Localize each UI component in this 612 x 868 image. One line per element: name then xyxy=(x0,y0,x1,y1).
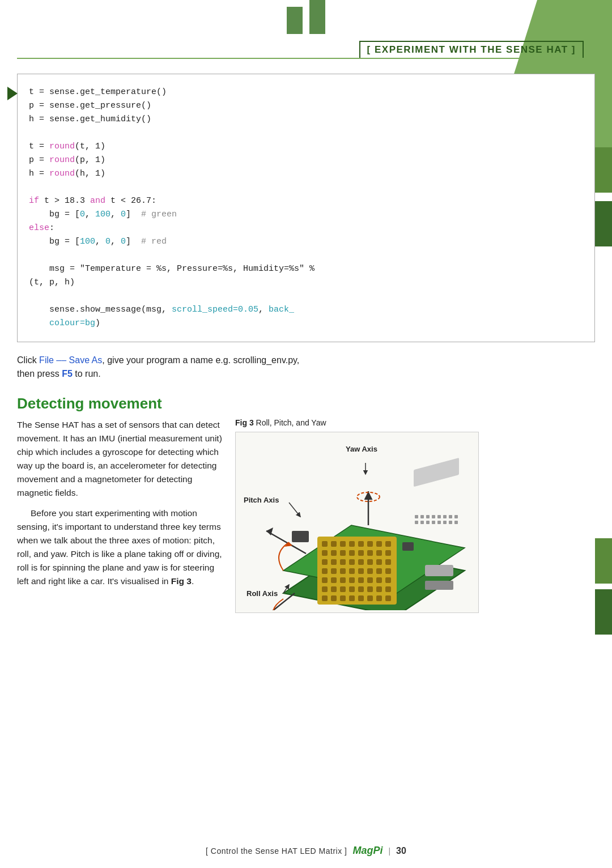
svg-rect-43 xyxy=(322,586,328,592)
code-line-bg-green: bg = [0, 100, 0] # green xyxy=(29,208,577,222)
code-line-3: h = sense.get_humidity() xyxy=(29,113,577,126)
svg-rect-26 xyxy=(385,559,391,565)
svg-rect-36 xyxy=(331,577,337,583)
svg-rect-63 xyxy=(432,515,435,518)
svg-rect-68 xyxy=(415,521,418,524)
header-line xyxy=(17,58,612,59)
svg-rect-44 xyxy=(331,586,337,592)
pitch-label: Pitch Axis xyxy=(244,496,279,504)
svg-rect-37 xyxy=(340,577,346,583)
svg-rect-55 xyxy=(358,595,364,601)
svg-rect-60 xyxy=(415,515,418,518)
svg-rect-22 xyxy=(349,559,355,565)
svg-rect-59 xyxy=(414,458,459,487)
svg-rect-18 xyxy=(385,550,391,556)
svg-rect-67 xyxy=(454,515,458,518)
file-link[interactable]: File –– Save As xyxy=(39,355,102,365)
svg-rect-76 xyxy=(425,565,453,576)
fig-label: Fig 3 Roll, Pitch, and Yaw xyxy=(235,418,595,427)
svg-rect-64 xyxy=(437,515,441,518)
right-deco-bottom2 xyxy=(595,589,612,635)
svg-rect-13 xyxy=(340,550,346,556)
svg-rect-30 xyxy=(349,568,355,574)
code-line-blank2 xyxy=(29,181,577,194)
svg-rect-11 xyxy=(322,550,328,556)
hardware-image: Yaw Axis Pitch Axis Roll Axis xyxy=(235,432,479,613)
svg-rect-79 xyxy=(402,542,414,551)
svg-rect-56 xyxy=(367,595,373,601)
svg-rect-10 xyxy=(385,541,391,547)
svg-rect-70 xyxy=(426,521,430,524)
code-line-1: t = sense.get_temperature() xyxy=(29,86,577,99)
svg-rect-49 xyxy=(376,586,382,592)
svg-rect-61 xyxy=(420,515,424,518)
svg-rect-21 xyxy=(340,559,346,565)
svg-rect-3 xyxy=(322,541,328,547)
svg-rect-38 xyxy=(349,577,355,583)
svg-rect-12 xyxy=(331,550,337,556)
svg-line-89 xyxy=(289,503,300,517)
code-line-blank4 xyxy=(29,290,577,303)
footer-left-text: [ Control the Sense HAT LED Matrix ] xyxy=(206,846,347,856)
svg-rect-14 xyxy=(349,550,355,556)
svg-rect-28 xyxy=(331,568,337,574)
svg-rect-73 xyxy=(443,521,447,524)
code-line-show: sense.show_message(msg, scroll_speed=0.0… xyxy=(29,303,577,330)
code-line-2: p = sense.get_pressure() xyxy=(29,99,577,113)
footer-logo: MagPi xyxy=(352,845,382,857)
svg-rect-69 xyxy=(420,521,424,524)
svg-rect-29 xyxy=(340,568,346,574)
svg-rect-45 xyxy=(340,586,346,592)
svg-rect-33 xyxy=(376,568,382,574)
svg-rect-48 xyxy=(367,586,373,592)
code-arrow-icon xyxy=(7,87,18,100)
instructions-text: Click File –– Save As, give your program… xyxy=(17,354,595,381)
detect-body2: Before you start experimenting with moti… xyxy=(17,507,224,588)
code-line-5: p = round(p, 1) xyxy=(29,154,577,167)
right-deco-bottom1 xyxy=(595,538,612,584)
svg-rect-54 xyxy=(349,595,355,601)
top-decoration xyxy=(0,0,612,34)
svg-rect-58 xyxy=(385,595,391,601)
code-line-if: if t > 18.3 and t < 26.7: xyxy=(29,194,577,208)
svg-rect-42 xyxy=(385,577,391,583)
section-heading: Detecting movement xyxy=(17,395,595,412)
detect-body1: The Sense HAT has a set of sensors that … xyxy=(17,418,224,500)
svg-rect-6 xyxy=(349,541,355,547)
f5-key: F5 xyxy=(62,369,73,378)
svg-rect-71 xyxy=(432,521,435,524)
svg-rect-50 xyxy=(385,586,391,592)
svg-rect-17 xyxy=(376,550,382,556)
board-svg: Yaw Axis Pitch Axis Roll Axis xyxy=(238,435,476,610)
svg-rect-77 xyxy=(425,581,453,590)
main-content: t = sense.get_temperature() p = sense.ge… xyxy=(17,65,595,613)
svg-rect-35 xyxy=(322,577,328,583)
svg-rect-66 xyxy=(449,515,452,518)
footer: [ Control the Sense HAT LED Matrix ] Mag… xyxy=(0,845,612,857)
footer-divider: | xyxy=(388,846,390,856)
right-deco-mid xyxy=(595,147,612,193)
svg-rect-39 xyxy=(358,577,364,583)
header-bar: [ EXPERIMENT WITH THE SENSE HAT ] xyxy=(0,41,612,59)
svg-rect-16 xyxy=(367,550,373,556)
svg-rect-34 xyxy=(385,568,391,574)
code-line-bg-red: bg = [100, 0, 0] # red xyxy=(29,235,577,249)
code-line-msg2: (t, p, h) xyxy=(29,276,577,290)
svg-rect-72 xyxy=(437,521,441,524)
top-bar-1 xyxy=(287,7,303,34)
yaw-label: Yaw Axis xyxy=(346,445,377,453)
svg-rect-46 xyxy=(349,586,355,592)
fig-caption: Roll, Pitch, and Yaw xyxy=(256,418,326,427)
svg-rect-53 xyxy=(340,595,346,601)
svg-rect-4 xyxy=(331,541,337,547)
svg-rect-47 xyxy=(358,586,364,592)
header-title: [ EXPERIMENT WITH THE SENSE HAT ] xyxy=(359,41,584,59)
svg-rect-32 xyxy=(367,568,373,574)
svg-rect-19 xyxy=(322,559,328,565)
svg-rect-8 xyxy=(367,541,373,547)
svg-rect-52 xyxy=(331,595,337,601)
svg-rect-74 xyxy=(449,521,452,524)
svg-rect-27 xyxy=(322,568,328,574)
fig-ref: Fig 3 xyxy=(171,576,192,586)
svg-rect-23 xyxy=(358,559,364,565)
